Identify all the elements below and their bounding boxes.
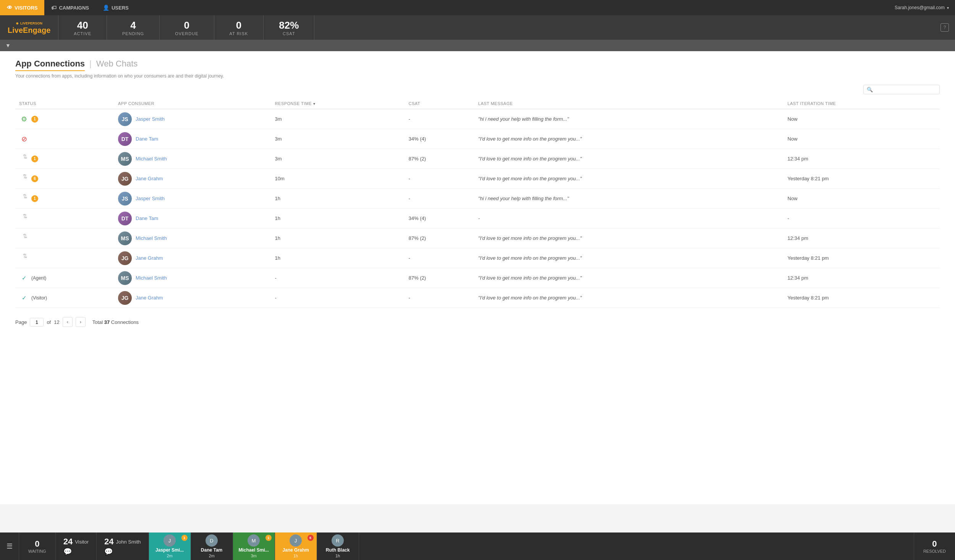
response-time-cell: -: [271, 288, 405, 308]
users-icon: 👤: [103, 5, 109, 11]
csat-cell: -: [405, 189, 474, 209]
status-cell: ⇄1: [15, 189, 114, 209]
table-row[interactable]: ⇄ DT Dane Tam 1h 34% (4) - -: [15, 209, 940, 228]
last-message-cell: "I'd love to get more info on the progre…: [474, 248, 784, 268]
brand-box: ● LIVEPERSON LiveEngage: [0, 15, 58, 40]
nav-tab-campaigns[interactable]: 🏷 CAMPAIGNS: [44, 0, 96, 15]
campaigns-icon: 🏷: [51, 5, 57, 11]
consumer-name[interactable]: Jasper Smith: [136, 116, 165, 122]
table-row[interactable]: ⇄1 MS Michael Smith 3m 87% (2) "I'd love…: [15, 149, 940, 169]
response-time-cell: 1h: [271, 228, 405, 248]
csat-cell: -: [405, 109, 474, 129]
iteration-time-cell: Now: [784, 129, 940, 149]
iteration-time-cell: 12:34 pm: [784, 228, 940, 248]
response-time-cell: 3m: [271, 129, 405, 149]
avatar: JS: [118, 192, 132, 206]
response-time-cell: -: [271, 268, 405, 288]
last-message-cell: "hi i need your help with filling the fo…: [474, 109, 784, 129]
table-row[interactable]: ⇄6 JG Jane Grahm 10m - "I'd love to get …: [15, 169, 940, 189]
total-pages: 12: [54, 319, 59, 325]
search-icon: 🔍: [867, 87, 873, 92]
csat-cell: -: [405, 169, 474, 189]
consumer-cell: JG Jane Grahm: [114, 288, 271, 308]
response-time-cell: 1h: [271, 189, 405, 209]
status-cell: ✓(Visitor): [15, 288, 114, 308]
csat-cell: 34% (4): [405, 209, 474, 228]
visitors-icon: 👁: [7, 5, 12, 11]
consumer-cell: MS Michael Smith: [114, 228, 271, 248]
brand-name: LiveEngage: [8, 26, 50, 35]
table-row[interactable]: ✓(Agent) MS Michael Smith - 87% (2) "I'd…: [15, 268, 940, 288]
consumer-cell: DT Dane Tam: [114, 209, 271, 228]
status-cell: ✓(Agent): [15, 268, 114, 288]
col-csat: CSAT: [405, 98, 474, 109]
iteration-time-cell: Now: [784, 109, 940, 129]
user-menu[interactable]: Sarah.jones@gmail.com ▾: [889, 0, 955, 15]
consumer-name[interactable]: Jasper Smith: [136, 196, 165, 201]
top-navigation: 👁 VISITORS 🏷 CAMPAIGNS 👤 USERS Sarah.jon…: [0, 0, 955, 15]
stats-bar: ● LIVEPERSON LiveEngage 40 ACTIVE 4 PEND…: [0, 15, 955, 40]
of-label: of: [47, 319, 51, 325]
status-cell: ⇄: [15, 228, 114, 248]
consumer-name[interactable]: Jane Grahm: [136, 255, 163, 261]
tab-app-connections[interactable]: App Connections: [15, 59, 85, 68]
consumer-name[interactable]: Michael Smith: [136, 235, 167, 241]
consumer-name[interactable]: Jane Grahm: [136, 176, 163, 181]
next-page-button[interactable]: ›: [76, 317, 86, 327]
tab-web-chats[interactable]: Web Chats: [96, 59, 138, 69]
stat-csat: 82% CSAT: [264, 15, 314, 40]
table-row[interactable]: ⇄ JG Jane Grahm 1h - "I'd love to get mo…: [15, 248, 940, 268]
last-message-cell: "hi i need your help with filling the fo…: [474, 189, 784, 209]
help-button[interactable]: ?: [940, 23, 949, 32]
table-row[interactable]: ⇄1 JS Jasper Smith 1h - "hi i need your …: [15, 189, 940, 209]
last-message-cell: "I'd love to get more info on the progre…: [474, 129, 784, 149]
iteration-time-cell: Yesterday 8:21 pm: [784, 288, 940, 308]
consumer-cell: MS Michael Smith: [114, 149, 271, 169]
prev-page-button[interactable]: ‹: [63, 317, 73, 327]
csat-cell: 87% (2): [405, 149, 474, 169]
iteration-time-cell: 12:34 pm: [784, 149, 940, 169]
stat-active: 40 ACTIVE: [58, 15, 107, 40]
stat-overdue: 0 OVERDUE: [160, 15, 214, 40]
last-message-cell: "I'd love to get more info on the progre…: [474, 288, 784, 308]
search-box[interactable]: 🔍: [863, 85, 940, 94]
avatar: MS: [118, 152, 132, 166]
user-dropdown-arrow: ▾: [947, 6, 949, 10]
table-row[interactable]: ⚙1 JS Jasper Smith 3m - "hi i need your …: [15, 109, 940, 129]
status-cell: ⊘: [15, 129, 114, 149]
collapse-bar[interactable]: ▼: [0, 40, 955, 51]
main-content: App Connections | Web Chats Your connect…: [0, 51, 955, 504]
col-response-time[interactable]: RESPONSE TIME ▾: [271, 98, 405, 109]
iteration-time-cell: Yesterday 8:21 pm: [784, 169, 940, 189]
last-message-cell: "I'd love to get more info on the progre…: [474, 149, 784, 169]
avatar: DT: [118, 212, 132, 225]
consumer-name[interactable]: Dane Tam: [136, 136, 158, 142]
csat-cell: 34% (4): [405, 129, 474, 149]
consumer-name[interactable]: Michael Smith: [136, 156, 167, 162]
table-row[interactable]: ✓(Visitor) JG Jane Grahm - - "I'd love t…: [15, 288, 940, 308]
col-status: STATUS: [15, 98, 114, 109]
consumer-name[interactable]: Dane Tam: [136, 215, 158, 221]
search-input[interactable]: [875, 87, 936, 92]
response-time-cell: 10m: [271, 169, 405, 189]
consumer-cell: MS Michael Smith: [114, 268, 271, 288]
table-row[interactable]: ⊘ DT Dane Tam 3m 34% (4) "I'd love to ge…: [15, 129, 940, 149]
consumer-name[interactable]: Michael Smith: [136, 275, 167, 281]
avatar: MS: [118, 271, 132, 285]
consumer-name[interactable]: Jane Grahm: [136, 295, 163, 301]
iteration-time-cell: -: [784, 209, 940, 228]
table-row[interactable]: ⇄ MS Michael Smith 1h 87% (2) "I'd love …: [15, 228, 940, 248]
col-last-iteration: LAST ITERATION TIME: [784, 98, 940, 109]
page-input[interactable]: [30, 318, 44, 327]
csat-cell: 87% (2): [405, 228, 474, 248]
nav-tab-users[interactable]: 👤 USERS: [96, 0, 136, 15]
brand-sub: ● LIVEPERSON: [16, 20, 42, 26]
nav-tab-visitors[interactable]: 👁 VISITORS: [0, 0, 44, 15]
response-time-cell: 1h: [271, 248, 405, 268]
stat-pending: 4 PENDING: [107, 15, 160, 40]
col-consumer: APP CONSUMER: [114, 98, 271, 109]
status-cell: ⇄1: [15, 149, 114, 169]
consumer-cell: DT Dane Tam: [114, 129, 271, 149]
sort-arrow-icon: ▾: [313, 102, 316, 106]
last-message-cell: "I'd love to get more info on the progre…: [474, 169, 784, 189]
